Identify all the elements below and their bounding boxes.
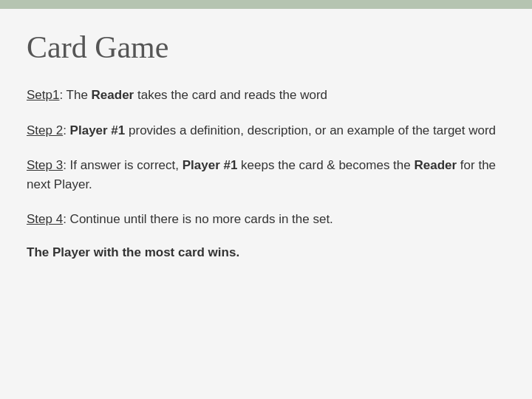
step-3-label: Step 3	[27, 158, 63, 172]
step-2-label: Step 2	[27, 123, 63, 137]
step-4-label: Step 4	[27, 212, 63, 226]
step-3: Step 3: If answer is correct, Player #1 …	[27, 156, 505, 194]
step-1: Setp1: The Reader takes the card and rea…	[27, 86, 505, 105]
step-2-intro: :	[63, 123, 69, 137]
step-1-rest: takes the card and reads the word	[134, 88, 327, 102]
top-bar	[0, 0, 532, 9]
step-3-bold2: Reader	[414, 158, 457, 172]
step-2-rest: provides a definition, description, or a…	[125, 123, 496, 137]
step-2-bold: Player #1	[70, 123, 126, 137]
step-2: Step 2: Player #1 provides a definition,…	[27, 121, 505, 140]
step-1-label: Setp1	[27, 88, 59, 102]
final-line: The Player with the most card wins.	[27, 245, 505, 260]
step-4-rest: : Continue until there is no more cards …	[63, 212, 333, 226]
step-3-bold1: Player #1	[183, 158, 238, 172]
step-4: Step 4: Continue until there is no more …	[27, 210, 505, 229]
step-1-intro: : The	[59, 88, 91, 102]
step-3-intro: : If answer is correct,	[63, 158, 183, 172]
page-title: Card Game	[27, 30, 505, 65]
step-3-mid: keeps the card & becomes the	[237, 158, 414, 172]
content: Card Game Setp1: The Reader takes the ca…	[0, 9, 532, 281]
step-1-bold: Reader	[92, 88, 134, 102]
page: Card Game Setp1: The Reader takes the ca…	[0, 0, 532, 399]
